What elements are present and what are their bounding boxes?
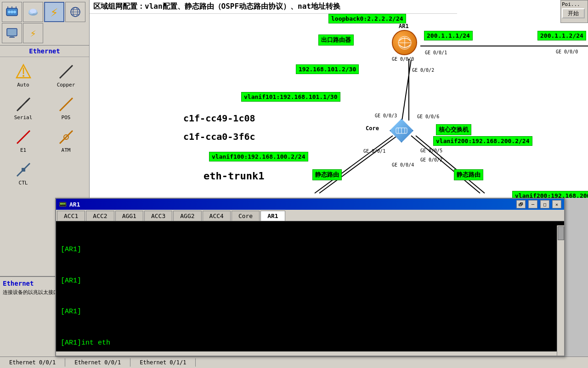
core-switch[interactable] (388, 117, 415, 144)
toolbar-btn-globe[interactable] (65, 2, 85, 22)
port-ge004: GE 0/0/4 (392, 162, 414, 167)
svg-point-2 (11, 11, 13, 13)
tab-core[interactable]: Core (232, 211, 260, 221)
loopback-label: loopback0:2.2.2.2/24 (328, 14, 406, 23)
svg-line-28 (60, 131, 73, 144)
port-ge002: GE 0/0/2 (412, 68, 434, 73)
tab-acc4[interactable]: ACC4 (203, 211, 231, 221)
vlanif101-label: vlanif101:192.168.101.1/30 (241, 92, 340, 102)
ip-192-168-101-2: 192.168.101.2/30 (296, 64, 359, 74)
sidebar-item-auto[interactable]: Auto (4, 61, 43, 90)
sidebar-item-atm-label: ATM (62, 147, 71, 153)
vlanif100-label: vlanif100:192.168.100.2/24 (209, 152, 308, 161)
core-label: Core (366, 125, 379, 132)
port-isp-ge000: GE 0/0/0 (556, 49, 578, 54)
poi-panel: Poi... 开始 (560, 0, 588, 23)
sidebar-item-atm[interactable]: ATM (46, 126, 85, 155)
sidebar-item-auto-label: Auto (17, 82, 29, 88)
terminal-tabs: ACC1 ACC2 AGG1 ACC3 AGG2 ACC4 Core AR1 (56, 210, 564, 221)
sidebar-item-e1-label: E1 (20, 147, 26, 153)
terminal-titlebar: 📟 AR1 🗗 ─ □ ✕ (56, 199, 564, 210)
top-banner: 区域组网配置：vlan配置、静态路由（OSPF动态路由协议）、nat地址转换 (90, 0, 457, 14)
svg-rect-31 (22, 168, 25, 172)
svg-point-10 (30, 9, 36, 13)
terminal-title: AR1 (69, 201, 514, 208)
sidebar-item-copper[interactable]: Copper (46, 61, 85, 90)
static-route-left: 静态路由 (312, 169, 342, 180)
status-item-0: Ethernet 0/0/1 (0, 358, 65, 367)
svg-line-24 (18, 107, 21, 109)
port-ge006: GE 0/0/6 (417, 114, 439, 119)
sidebar-item-copper-label: Copper (57, 82, 75, 88)
sidebar-item-pos-label: POS (62, 115, 71, 121)
exit-router-label: 出口路由器 (318, 34, 354, 46)
status-item-1: Ethernet 0/0/1 (65, 358, 130, 367)
svg-point-3 (13, 11, 16, 13)
ar1-label: AR1 (399, 23, 409, 29)
toolbar-btn-cloud[interactable] (23, 2, 43, 22)
port-ge003: GE 0/0/3 (375, 113, 397, 118)
terminal-icon: 📟 (59, 201, 67, 208)
ip-200-1-1-1: 200.1.1.1/24 (424, 31, 473, 40)
close-button[interactable]: ✕ (552, 200, 561, 208)
start-button[interactable]: 开始 (562, 8, 585, 18)
terminal-body[interactable]: [AR1] [AR1] [AR1] [AR1]int eth [AR1]int … (56, 221, 564, 351)
sidebar-icons: Auto Copper Serial (0, 57, 89, 191)
port-ge005: GE 0/0/5 (420, 148, 442, 153)
svg-line-36 (319, 136, 397, 193)
sidebar-item-serial[interactable]: Serial (4, 93, 43, 122)
restore-button[interactable]: 🗗 (516, 200, 526, 208)
toolbar-btn-active[interactable]: ⚡ (23, 23, 43, 43)
tab-acc2[interactable]: ACC2 (86, 211, 114, 221)
poi-label: Poi... (562, 1, 587, 7)
core-switch-label: 核心交换机 (436, 124, 471, 135)
minimize-button[interactable]: ─ (528, 200, 537, 208)
eth-trunk1-label: eth-trunk1 (204, 170, 264, 182)
svg-point-1 (8, 11, 11, 13)
network-canvas: 区域组网配置：vlan配置、静态路由（OSPF动态路由协议）、nat地址转换 l… (90, 0, 588, 198)
status-item-2: Ethernet 0/1/1 (130, 358, 196, 367)
vlanif200-label: vlanif200:192.168.200.2/24 (433, 136, 532, 146)
terminal-line-0: [AR1] (61, 245, 560, 255)
sidebar-section-title: Ethernet (0, 46, 89, 57)
terminal-scrollbar[interactable] (557, 225, 564, 356)
terminal-line-2: [AR1] (61, 307, 560, 317)
maximize-button[interactable]: □ (540, 200, 549, 208)
port-ge002-core: GE 0/0/2 (420, 157, 442, 162)
svg-line-25 (26, 99, 28, 102)
svg-line-27 (17, 131, 30, 144)
ar1-router[interactable] (392, 30, 417, 55)
tab-acc3[interactable]: ACC3 (144, 211, 172, 221)
svg-line-26 (60, 98, 73, 111)
port-ge001-core: GE 0/0/1 (363, 149, 385, 154)
static-route-right: 静态路由 (454, 169, 483, 180)
terminal-line-3: [AR1]int eth (61, 338, 560, 349)
lightning-icon: ⚡ (51, 5, 58, 20)
terminal-line-1: [AR1] (61, 276, 560, 287)
ip-200-1-1-2: 200.1.1.2/24 (537, 31, 586, 40)
mac1-label: c1f-cc49-1c08 (183, 113, 255, 124)
mac2-label: c1f-cca0-3f6c (183, 131, 255, 142)
port-ge000: GE 0/0/0 (392, 57, 414, 62)
sidebar-item-serial-label: Serial (14, 115, 33, 121)
toolbar-btn-monitor[interactable] (2, 23, 22, 43)
toolbar-btn-router[interactable] (2, 2, 22, 22)
svg-line-34 (402, 60, 411, 121)
tab-ar1[interactable]: AR1 (260, 211, 285, 221)
sidebar-item-e1[interactable]: E1 (4, 126, 43, 155)
vlanif200-bottom: vlanif200:192.168.200.1/... (512, 191, 588, 198)
svg-rect-16 (7, 29, 17, 36)
sidebar-item-pos[interactable]: POS (46, 93, 85, 122)
tab-agg2[interactable]: AGG2 (173, 211, 201, 221)
port-ge001: GE 0/0/1 (425, 50, 447, 55)
sidebar-item-ctl-label: CTL (19, 180, 28, 186)
toolbar-btn-lightning[interactable]: ⚡ (44, 2, 64, 22)
sidebar-item-ctl[interactable]: CTL (4, 159, 43, 188)
terminal-window: 📟 AR1 🗗 ─ □ ✕ ACC1 ACC2 AGG1 ACC3 AGG2 A… (55, 198, 565, 356)
tab-agg1[interactable]: AGG1 (115, 211, 143, 221)
status-bar: Ethernet 0/0/1 Ethernet 0/0/1 Ethernet 0… (0, 356, 588, 368)
svg-line-22 (60, 65, 73, 78)
sidebar-toolbar: ⚡ ⚡ (0, 0, 89, 46)
tab-acc1[interactable]: ACC1 (57, 211, 85, 221)
bolt-icon: ⚡ (30, 28, 36, 39)
